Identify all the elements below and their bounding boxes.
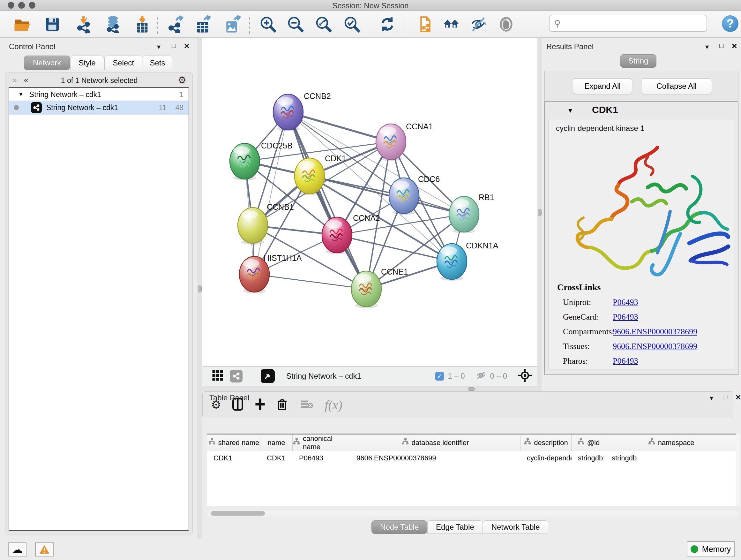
grid-view-icon[interactable] — [212, 370, 223, 382]
network-row[interactable]: String Network – cdk1 11 48 — [9, 101, 189, 115]
function-builder-icon[interactable]: f(x) — [325, 397, 342, 413]
import-database-icon[interactable] — [103, 14, 123, 35]
table-horizontal-scrollbar[interactable] — [207, 510, 738, 516]
table-hscroll-thumb[interactable] — [211, 511, 265, 516]
tab-string[interactable]: String — [620, 54, 657, 68]
collection-expand-icon[interactable]: ▼ — [18, 91, 23, 98]
bottom-splitter-handle[interactable] — [468, 387, 475, 391]
hidden-eye-icon[interactable] — [476, 371, 487, 381]
control-panel-float-icon[interactable]: □ — [172, 42, 176, 50]
network-canvas[interactable]: CCNB2 CCNA1 CDC25B CDK1 CDC6 — [202, 38, 537, 366]
table-cell[interactable]: CDK1 — [207, 451, 260, 465]
edge-CCNB2-HIST1H1A[interactable] — [254, 112, 288, 274]
zoom-in-icon[interactable] — [258, 14, 278, 35]
network-options-gear-icon[interactable]: ⚙ — [178, 74, 186, 85]
results-panel-float-icon[interactable]: □ — [719, 42, 724, 50]
crosslink-link[interactable]: P06493 — [613, 356, 638, 366]
export-image-icon[interactable] — [222, 14, 243, 35]
share-view-icon[interactable] — [230, 370, 243, 382]
column-header--id[interactable]: @id — [571, 435, 605, 451]
refresh-icon[interactable] — [377, 14, 398, 35]
tab-style[interactable]: Style — [70, 56, 104, 70]
hide-eye-icon[interactable] — [468, 14, 488, 35]
search-input[interactable] — [563, 19, 700, 28]
open-session-icon[interactable] — [13, 14, 33, 35]
crosslink-link[interactable]: P06493 — [613, 298, 638, 307]
export-table-icon[interactable] — [193, 14, 213, 35]
node-CDC25B[interactable] — [230, 143, 260, 180]
search-box[interactable]: ⚲ — [549, 15, 707, 32]
export-network-icon[interactable] — [165, 14, 186, 35]
tab-edge-table[interactable]: Edge Table — [427, 520, 483, 534]
node-CDK1[interactable] — [294, 158, 325, 195]
column-header-description[interactable]: description — [521, 435, 571, 451]
tab-network[interactable]: Network — [24, 56, 70, 70]
birds-eye-view-icon[interactable] — [261, 369, 275, 383]
table-cell[interactable]: CDK1 — [260, 451, 293, 465]
left-splitter-handle[interactable] — [198, 286, 202, 293]
crosslink-link[interactable]: 9606.ENSP00000378699 — [613, 341, 697, 351]
tab-network-table[interactable]: Network Table — [483, 520, 549, 534]
right-splitter-handle[interactable] — [538, 209, 542, 216]
control-panel-menu-icon[interactable]: ▾ — [157, 43, 160, 51]
column-header-canonical-name[interactable]: canonical name — [293, 435, 350, 451]
table-row[interactable]: CDK1CDK1P064939606.ENSP00000378699cyclin… — [207, 451, 738, 465]
network-collection-row[interactable]: ▼ String Network – cdk1 1 — [9, 89, 189, 100]
node-CCNB1[interactable] — [238, 207, 268, 245]
collapse-all-button[interactable]: Collapse All — [641, 78, 712, 94]
node-CCNB2[interactable] — [273, 94, 303, 131]
table-cell[interactable]: stringdb — [605, 451, 737, 465]
column-header-shared-name[interactable]: shared name — [207, 435, 260, 451]
table-panel-float-icon[interactable]: □ — [724, 393, 728, 401]
node-CCNA2[interactable] — [322, 217, 352, 254]
edge-CCNA2-CDKN1A[interactable] — [337, 235, 452, 261]
crosslink-link[interactable]: P06493 — [613, 312, 638, 322]
table-vertical-scrollbar[interactable] — [736, 434, 740, 506]
node-CDKN1A[interactable] — [437, 244, 467, 281]
fit-content-crosshair-icon[interactable] — [518, 369, 532, 383]
delete-table-icon[interactable] — [300, 399, 313, 411]
column-header-namespace[interactable]: namespace — [605, 435, 737, 451]
edge-CCNB2-CCNA1[interactable] — [288, 112, 391, 142]
zoom-fit-icon[interactable] — [313, 14, 334, 35]
column-header-name[interactable]: name — [260, 435, 293, 451]
results-panel-close-icon[interactable]: ✕ — [731, 42, 737, 51]
import-table-icon[interactable] — [132, 14, 152, 35]
import-network-icon[interactable] — [74, 14, 94, 35]
memory-button[interactable]: Memory — [687, 541, 735, 557]
add-column-icon[interactable] — [254, 397, 266, 412]
edge-HIST1H1A-CCNE1[interactable] — [254, 274, 366, 289]
table-panel-menu-icon[interactable]: ▾ — [710, 394, 713, 402]
selected-nodes-checkbox-icon[interactable]: ✓ — [435, 372, 444, 381]
zoom-out-icon[interactable] — [285, 14, 306, 35]
edge-CDK1-RB1[interactable] — [310, 176, 464, 214]
warning-status-button[interactable] — [35, 543, 54, 557]
homes-icon[interactable] — [441, 14, 461, 35]
delete-column-trash-icon[interactable] — [277, 397, 287, 412]
cloud-status-button[interactable]: ☁ — [8, 543, 26, 557]
show-eye-icon[interactable] — [496, 14, 516, 35]
table-cell[interactable]: P06493 — [293, 451, 350, 465]
table-cell[interactable]: stringdb:9... — [571, 451, 605, 465]
expand-all-button[interactable]: Expand All — [573, 78, 632, 94]
zoom-selected-icon[interactable] — [342, 14, 362, 35]
tab-select[interactable]: Select — [105, 56, 142, 70]
table-panel-close-icon[interactable]: ✕ — [735, 393, 741, 401]
crosslink-link[interactable]: 9606.ENSP00000378699 — [613, 327, 697, 336]
tab-node-table[interactable]: Node Table — [372, 520, 427, 534]
node-CCNA1[interactable] — [376, 124, 406, 161]
node-CCNE1[interactable] — [351, 271, 381, 308]
table-cell[interactable]: 9606.ENSP00000378699 — [350, 451, 521, 465]
column-header-database-identifier[interactable]: database identifier — [350, 435, 521, 451]
save-session-icon[interactable] — [42, 14, 63, 35]
node-RB1[interactable] — [449, 196, 479, 233]
status-bar: ☁ Memory — [0, 539, 741, 560]
table-cell[interactable]: cyclin-dependent ... — [521, 451, 571, 465]
control-panel-close-icon[interactable]: ✕ — [184, 42, 190, 51]
document-share-icon[interactable] — [415, 14, 435, 35]
left-splitter[interactable] — [197, 38, 202, 386]
cdk1-collapse-icon[interactable]: ▼ — [567, 107, 574, 114]
help-button[interactable]: ? — [722, 15, 738, 32]
results-panel-menu-icon[interactable]: ▾ — [705, 43, 709, 51]
tab-sets[interactable]: Sets — [143, 56, 172, 70]
